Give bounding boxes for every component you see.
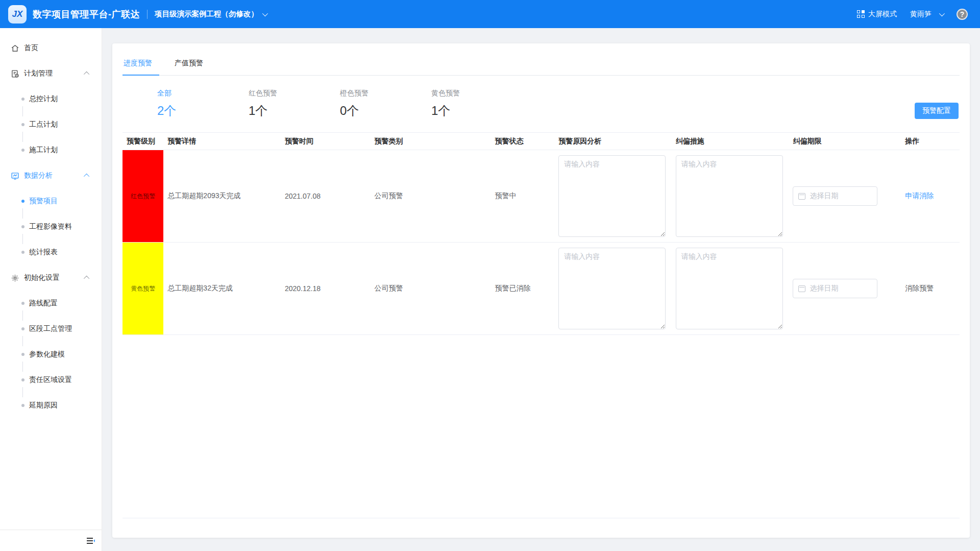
- col-header: 纠偏期限: [789, 133, 901, 150]
- stat-label: 橙色预警: [340, 89, 431, 98]
- sidebar-footer: [0, 530, 102, 551]
- sidebar-item-label: 工点计划: [29, 120, 58, 129]
- sidebar-item-master-plan[interactable]: 总控计划: [0, 92, 102, 106]
- apply-dismiss-link[interactable]: 申请消除: [905, 191, 934, 201]
- stat-orange[interactable]: 橙色预警 0个: [340, 89, 431, 119]
- username: 黄雨笋: [910, 10, 932, 19]
- col-header: 预警原因分析: [554, 133, 672, 150]
- sidebar-item-home[interactable]: 首页: [0, 41, 102, 55]
- sidebar-item-statistic-reports[interactable]: 统计报表: [0, 246, 102, 259]
- sidebar-item-responsibility-area[interactable]: 责任区域设置: [0, 373, 102, 387]
- stat-red[interactable]: 红色预警 1个: [249, 89, 340, 119]
- warning-level-badge: 黄色预警: [122, 243, 163, 334]
- big-screen-label: 大屏模式: [868, 10, 897, 19]
- detail-cell: 总工期超期32天完成: [163, 243, 281, 334]
- chevron-down-icon: [939, 10, 945, 16]
- sidebar-group-init-settings[interactable]: 初始化设置: [0, 271, 102, 284]
- deadline-cell: 选择日期: [789, 150, 901, 242]
- sidebar-item-label: 路线配置: [29, 299, 58, 308]
- corrective-measures-input[interactable]: [676, 155, 783, 237]
- warning-card: 进度预警 产值预警 全部 2个 红色预警 1个 橙色预警 0个 黄色预警: [112, 43, 970, 538]
- stat-label: 黄色预警: [431, 89, 523, 98]
- table-row: 黄色预警 总工期超期32天完成 2020.12.18 公司预警 预警已消除: [122, 243, 960, 335]
- plan-icon: [10, 69, 19, 78]
- app-title: 数字项目管理平台-广联达: [33, 8, 140, 20]
- reason-analysis-input[interactable]: [558, 155, 666, 237]
- sidebar-item-label: 统计报表: [29, 248, 58, 257]
- sidebar-item-label: 施工计划: [29, 146, 58, 155]
- status-cell: 预警已消除: [491, 243, 555, 334]
- project-name: 项目级演示案例工程（勿修改）: [155, 9, 258, 19]
- time-cell: 2021.07.08: [281, 150, 370, 242]
- chart-icon: [10, 171, 19, 180]
- sidebar-item-label: 首页: [24, 43, 38, 53]
- home-icon: [10, 43, 19, 53]
- time-cell: 2020.12.18: [281, 243, 370, 334]
- help-icon[interactable]: ?: [957, 9, 968, 20]
- sidebar-item-label: 延期原因: [29, 401, 58, 410]
- sidebar-item-delay-reason[interactable]: 延期原因: [0, 399, 102, 412]
- deadline-cell: 选择日期: [789, 243, 901, 334]
- chevron-up-icon: [84, 71, 89, 77]
- stats-row: 全部 2个 红色预警 1个 橙色预警 0个 黄色预警 1个 预警配置: [122, 76, 960, 119]
- stat-value: 2个: [157, 103, 249, 119]
- table-row: 红色预警 总工期超期2093天完成 2021.07.08 公司预警 预警中: [122, 150, 960, 243]
- stat-all[interactable]: 全部 2个: [157, 89, 249, 119]
- stat-yellow[interactable]: 黄色预警 1个: [431, 89, 523, 119]
- deadline-date-picker[interactable]: 选择日期: [793, 279, 877, 298]
- title-divider: [147, 10, 148, 19]
- sidebar-group-label: 数据分析: [24, 171, 53, 180]
- measures-cell: [672, 150, 789, 242]
- sidebar-item-warning-projects[interactable]: 预警项目: [0, 195, 102, 208]
- reason-cell: [554, 243, 672, 334]
- sidebar-group-label: 计划管理: [24, 69, 53, 78]
- deadline-date-picker[interactable]: 选择日期: [793, 186, 877, 206]
- user-menu[interactable]: 黄雨笋: [910, 10, 943, 19]
- big-screen-mode-button[interactable]: 大屏模式: [857, 10, 897, 19]
- col-header: 操作: [901, 133, 960, 150]
- sidebar-item-project-imagery[interactable]: 工程影像资料: [0, 220, 102, 233]
- stat-value: 1个: [249, 103, 340, 119]
- bullet-icon: [21, 98, 24, 101]
- action-cell: 申请消除: [901, 150, 960, 242]
- sidebar-item-site-plan[interactable]: 工点计划: [0, 118, 102, 131]
- sidebar-item-section-site-mgmt[interactable]: 区段工点管理: [0, 322, 102, 336]
- warning-config-button[interactable]: 预警配置: [915, 103, 959, 119]
- collapse-sidebar-icon[interactable]: [86, 537, 95, 544]
- card-bottom-divider: [122, 518, 960, 518]
- stat-value: 0个: [340, 103, 431, 119]
- date-placeholder: 选择日期: [810, 191, 838, 201]
- bullet-icon: [21, 225, 24, 228]
- measures-cell: [672, 243, 789, 334]
- sidebar-group-plan[interactable]: 计划管理: [0, 67, 102, 80]
- grid-icon: [857, 10, 865, 18]
- sidebar-item-construction-plan[interactable]: 施工计划: [0, 143, 102, 157]
- bullet-icon: [21, 327, 24, 330]
- corrective-measures-input[interactable]: [676, 248, 783, 329]
- action-cell: 消除预警: [901, 243, 960, 334]
- date-placeholder: 选择日期: [810, 284, 838, 293]
- sidebar-item-label: 区段工点管理: [29, 324, 72, 333]
- stat-value: 1个: [431, 103, 523, 119]
- bullet-icon: [21, 302, 24, 305]
- col-header: 预警级别: [122, 133, 163, 150]
- sidebar-item-parametric-modeling[interactable]: 参数化建模: [0, 348, 102, 361]
- sidebar-item-label: 参数化建模: [29, 350, 65, 359]
- col-header: 预警详情: [163, 133, 281, 150]
- bullet-icon: [21, 353, 24, 356]
- reason-analysis-input[interactable]: [558, 248, 666, 329]
- sidebar-item-label: 预警项目: [29, 197, 58, 206]
- tab-progress-warning[interactable]: 进度预警: [122, 56, 159, 75]
- tab-output-warning[interactable]: 产值预警: [174, 56, 210, 75]
- sidebar-group-data-analysis[interactable]: 数据分析: [0, 169, 102, 182]
- dismiss-warning-link[interactable]: 消除预警: [905, 284, 934, 293]
- bullet-icon: [21, 404, 24, 407]
- bullet-icon: [21, 378, 24, 381]
- stat-label: 全部: [157, 89, 249, 98]
- project-selector[interactable]: 项目级演示案例工程（勿修改）: [155, 9, 266, 19]
- topbar: JX 数字项目管理平台-广联达 项目级演示案例工程（勿修改） 大屏模式 黄雨笋 …: [0, 0, 980, 28]
- col-header: 纠偏措施: [672, 133, 789, 150]
- bullet-icon: [21, 123, 24, 126]
- sidebar-item-route-config[interactable]: 路线配置: [0, 297, 102, 310]
- reason-cell: [554, 150, 672, 242]
